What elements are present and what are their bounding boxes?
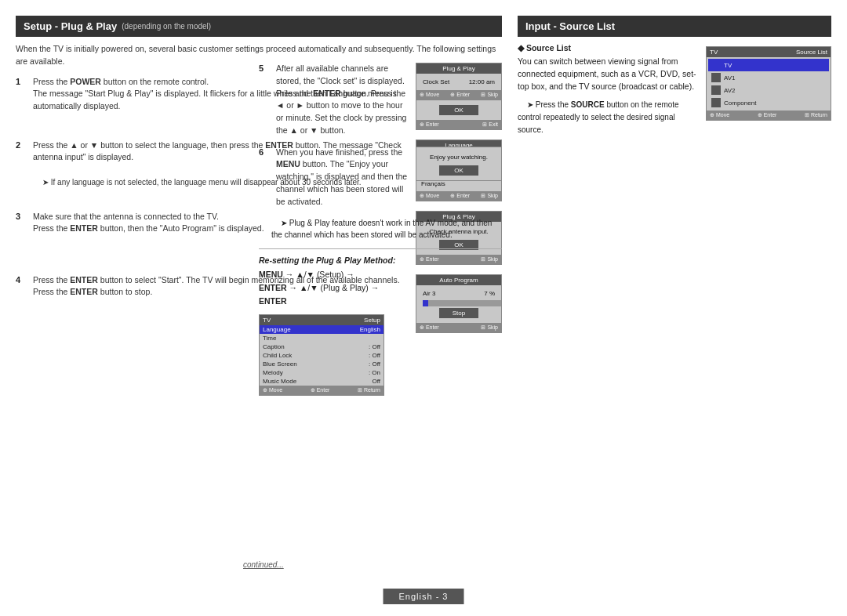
- setup-title: Setup - Plug & Play: [24, 20, 117, 32]
- input-title: Input - Source List: [525, 20, 615, 32]
- step-5-move-hint: ⊕ Move: [420, 92, 439, 98]
- source-list-tv-box-wrapper: TV Source List TV AV1: [706, 43, 831, 121]
- step-5-tv-title: Plug & Play: [416, 63, 501, 74]
- setup-item-time: Time: [260, 334, 384, 342]
- step-5-tv-body: Clock Set 12:00 am: [416, 74, 501, 90]
- source-enter-hint: ⊕ Enter: [758, 112, 777, 118]
- component-icon: [711, 98, 721, 107]
- setup-menu-box-wrapper: TV Setup LanguageEnglish Time Caption: O…: [259, 314, 502, 396]
- resetting-section: Re-setting the Plug & Play Method: MENU …: [259, 248, 502, 395]
- step-6-ok-btn: OK: [439, 165, 478, 176]
- middle-panel: 5 After all available channels are store…: [259, 63, 502, 396]
- setup-subtitle: (depending on the model): [122, 22, 211, 31]
- source-list-tv: TV Source List TV AV1: [706, 46, 831, 121]
- source-list-footer: ⊕ Move ⊕ Enter ⊞ Return: [707, 111, 831, 120]
- step-5: 5 After all available channels are store…: [259, 63, 502, 137]
- page-indicator: English - 3: [384, 589, 464, 604]
- step-5-enter-hint: ⊕ Enter: [450, 92, 470, 98]
- source-list-text-area: ◆ Source List You can switch between vie…: [518, 43, 696, 136]
- step-5-number: 5: [259, 63, 271, 73]
- av1-icon: [711, 73, 721, 82]
- source-item-av1: AV1: [708, 71, 829, 84]
- setup-menu-enter-hint: ⊕ Enter: [311, 387, 330, 393]
- continued-text: continued...: [243, 560, 284, 569]
- setup-menu-footer: ⊕ Move ⊕ Enter ⊞ Return: [260, 386, 384, 395]
- source-list-bullet: ◆ Source List: [518, 43, 696, 53]
- step-6-note: Plug & Play feature doesn't work in the …: [271, 217, 502, 241]
- step-6-image: Enjoy your watching. OK: [416, 147, 502, 181]
- setup-item-melody: Melody: On: [260, 368, 384, 377]
- setup-menu-return-hint: ⊞ Return: [358, 387, 380, 393]
- resetting-text: MENU → ▲/▼ (Setup) → ENTER → ▲/▼ (Plug &…: [259, 268, 502, 307]
- tv-icon: [711, 60, 721, 70]
- source-list-items: TV AV1 AV2 Component: [707, 57, 831, 111]
- source-list-note: Press the SOURCE button on the remote co…: [518, 99, 696, 136]
- setup-menu-items: LanguageEnglish Time Caption: Off Child …: [260, 325, 384, 386]
- setup-menu-header: TV Setup: [260, 315, 384, 325]
- source-return-hint: ⊞ Return: [805, 112, 827, 118]
- source-note-text: Press the SOURCE button on the remote co…: [518, 100, 679, 134]
- source-list-label: Source List: [796, 49, 827, 56]
- source-list-description: You can switch between viewing signal fr…: [518, 56, 696, 92]
- source-item-av2: AV2: [708, 84, 829, 96]
- page-label: English - 3: [399, 592, 449, 601]
- step-4-number: 4: [16, 275, 28, 284]
- step-5-clock-label: Clock Set: [423, 78, 449, 85]
- setup-menu-move-hint: ⊕ Move: [263, 387, 282, 393]
- step-6-note-text: Plug & Play feature doesn't work in the …: [271, 219, 492, 239]
- setup-section-header: Setup - Plug & Play (depending on the mo…: [16, 16, 502, 37]
- step-6-number: 6: [259, 147, 271, 157]
- setup-item-caption: Caption: Off: [260, 342, 384, 351]
- step-5-time: 12:00 am: [469, 78, 495, 85]
- setup-item-childlock: Child Lock: Off: [260, 351, 384, 360]
- setup-item-bluescreen: Blue Screen: Off: [260, 360, 384, 368]
- step-6: 6 When you have finished, press the MENU…: [259, 147, 502, 208]
- av2-icon: [711, 85, 721, 95]
- step-5-content: After all available channels are stored,…: [276, 63, 409, 137]
- source-list-content: ◆ Source List You can switch between vie…: [518, 43, 831, 136]
- step-6-content: When you have finished, press the MENU b…: [276, 147, 409, 208]
- step-5-image: Plug & Play Clock Set 12:00 am ⊕ Move ⊕ …: [416, 63, 502, 100]
- step-6-tv: Enjoy your watching. OK: [416, 147, 502, 181]
- step-5-skip-hint: ⊞ Skip: [481, 92, 498, 98]
- step-5-tv-footer: ⊕ Move ⊕ Enter ⊞ Skip: [416, 90, 501, 100]
- step-3-number: 3: [16, 212, 28, 221]
- input-section-header: Input - Source List: [518, 16, 831, 37]
- source-item-tv: TV: [708, 59, 829, 71]
- step-2-number: 2: [16, 140, 28, 150]
- source-item-component: Component: [708, 96, 829, 109]
- setup-menu-setup-label: Setup: [364, 317, 380, 324]
- setup-item-language: LanguageEnglish: [260, 325, 384, 334]
- resetting-title: Re-setting the Plug & Play Method:: [259, 255, 502, 265]
- source-move-hint: ⊕ Move: [710, 112, 729, 118]
- step-1-number: 1: [16, 77, 28, 86]
- step-6-tv-body: Enjoy your watching. OK: [416, 147, 501, 180]
- source-tv-label: TV: [710, 49, 718, 56]
- page: Setup - Plug & Play (depending on the mo…: [0, 0, 847, 616]
- source-list-tv-header: TV Source List: [707, 47, 831, 57]
- setup-item-musicmode: Music ModeOff: [260, 377, 384, 386]
- setup-menu-tv-label: TV: [263, 317, 271, 324]
- step-5-tv: Plug & Play Clock Set 12:00 am ⊕ Move ⊕ …: [416, 63, 502, 100]
- setup-menu-box: TV Setup LanguageEnglish Time Caption: O…: [259, 314, 384, 396]
- right-panel: Input - Source List ◆ Source List You ca…: [518, 16, 831, 136]
